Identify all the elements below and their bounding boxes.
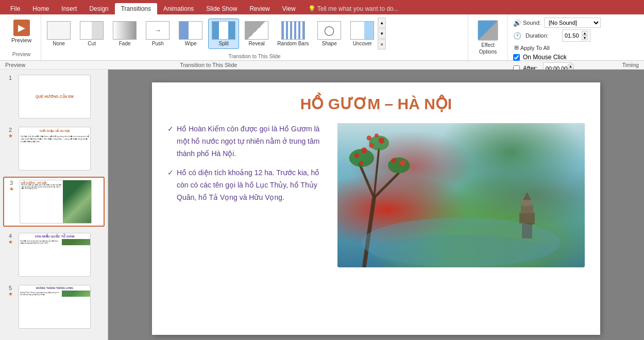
slide-1-title: QUÊ HƯƠNG CỦA EM [36,95,74,99]
slide-main-body: Hồ Hoàn Kiếm còn được gọi là Hồ Gươm là … [152,118,600,273]
slide-3-image [63,180,91,223]
transition-cut[interactable]: Cut [76,19,107,48]
main-area: 1 QUÊ HƯƠNG CỦA EM 2 ★ Giới thiệu về Hà … [0,70,644,340]
tab-design[interactable]: Design [83,3,114,14]
apply-all-icon: ⊞ [514,44,519,51]
transition-none[interactable]: None [43,19,74,48]
uncover-label: Uncover [353,41,372,46]
slide-canvas: HỒ GƯƠM – HÀ NỘI Hồ Hoàn Kiếm còn được g… [108,70,644,340]
on-mouse-click-checkbox[interactable] [513,54,520,61]
slide-4-content: Văn Miếu là trung tâm giáo dục đầu tiên … [19,239,90,245]
tab-animations[interactable]: Animations [157,3,200,14]
tab-file[interactable]: File [4,3,26,14]
tab-insert[interactable]: Insert [55,3,83,14]
randombars-icon [281,21,305,40]
slide-4-preview: VĂN MIẾU QUỐC TỬ GIÁM Văn Miếu là trung … [19,233,91,277]
mouse-click-row: On Mouse Click [513,54,637,61]
slide-3-img-bg [63,180,91,223]
sound-icon: 🔊 [513,19,521,27]
fade-icon [113,21,137,40]
ribbon: ▶ Preview Preview None Cut F [0,14,644,61]
preview-group: ▶ Preview Preview [2,14,41,60]
slide-4-num-area: 4 ★ [5,233,15,245]
slide-thumb-3[interactable]: 3 ★ HỒ GƯƠM – HÀ NỘI Hồ Hoàn Kiếm còn đư… [3,177,105,227]
reveal-label: Reveal [249,41,265,46]
transition-section-label: Transition to This Slide [180,62,237,68]
main-slide[interactable]: HỒ GƯƠM – HÀ NỘI Hồ Hoàn Kiếm còn được g… [152,82,600,335]
svg-line-7 [374,173,399,198]
transition-wipe[interactable]: Wipe [175,19,206,48]
svg-point-15 [379,138,385,144]
effect-options-icon [478,20,498,41]
shape-icon [317,21,341,40]
slide-2-preview: Giới thiệu về Hà Nội Hà Nội, thủ đô nước… [19,127,91,171]
effect-options-label: Effect Options [479,42,497,55]
transition-random-bars[interactable]: Random Bars [274,19,312,48]
svg-point-13 [361,147,367,154]
slide-2-content: Hà Nội, thủ đô nước Việt Nam, với những … [19,134,90,144]
tab-view[interactable]: View [276,3,302,14]
slide-bullet-1: Hồ Hoàn Kiếm còn được gọi là Hồ Gươm là … [167,123,327,160]
duration-up[interactable]: ▲ [582,31,588,36]
duration-clock-icon: 🕐 [513,32,521,40]
scroll-more-button[interactable]: ≡ [378,39,386,49]
transition-fade[interactable]: Fade [109,19,140,48]
after-up[interactable]: ▲ [568,64,574,69]
slide-main-image [337,123,585,267]
svg-point-20 [367,135,372,141]
tab-search[interactable]: 💡 Tell me what you want to do... [302,3,405,14]
slide-thumb-1[interactable]: 1 QUÊ HƯƠNG CỦA EM [3,73,105,121]
duration-down[interactable]: ▼ [582,36,588,40]
preview-group-label: Preview [12,50,31,57]
sound-label: 🔊 Sound: [513,19,541,27]
tab-home[interactable]: Home [26,3,55,14]
svg-point-18 [400,160,406,166]
transition-reveal[interactable]: Reveal [241,19,272,48]
slide-thumb-2[interactable]: 2 ★ Giới thiệu về Hà Nội Hà Nội, thủ đô … [3,125,105,173]
slide-main-text: Hồ Hoàn Kiếm còn được gọi là Hồ Gươm là … [167,123,327,267]
slide-thumb-4[interactable]: 4 ★ VĂN MIẾU QUỐC TỬ GIÁM Văn Miếu là tr… [3,231,105,279]
slide-main-title: HỒ GƯƠM – HÀ NỘI [152,82,600,118]
tab-review[interactable]: Review [243,3,276,14]
slide-3-text: Hồ Hoàn Kiếm còn được gọi là Hồ Gươm là … [21,184,62,190]
effect-options-button[interactable]: Effect Options [473,18,502,57]
slide-4-text: Văn Miếu là trung tâm giáo dục đầu tiên … [19,239,62,245]
sound-select[interactable]: [No Sound] [544,18,601,28]
tab-slideshow[interactable]: Slide Show [200,3,243,14]
svg-point-11 [388,158,410,174]
none-label: None [53,41,65,46]
slide-2-title: Giới thiệu về Hà Nội [19,127,90,134]
wipe-icon [179,21,202,40]
scroll-up-button[interactable]: ▲ [378,18,386,28]
slide-5-title: HOÀNG THÀNH THĂNG LONG [19,285,90,291]
transition-split[interactable]: Split [208,19,239,49]
slide-3-num-area: 3 ★ [6,180,16,192]
duration-spinner[interactable]: ▲ ▼ [582,31,588,40]
cut-icon [80,21,104,40]
svg-point-17 [392,158,397,163]
transitions-group-label: Transition to This Slide [43,53,466,59]
preview-button[interactable]: ▶ Preview [7,18,36,45]
split-icon [212,21,235,40]
sound-row: 🔊 Sound: [No Sound] [513,18,637,28]
transition-shape[interactable]: Shape [314,19,345,48]
scroll-down-button[interactable]: ▼ [378,28,386,39]
slide-thumb-5[interactable]: 5 ★ HOÀNG THÀNH THĂNG LONG Hoàng Thành T… [3,283,105,331]
tree-svg [337,123,585,267]
svg-point-16 [375,133,379,138]
svg-point-10 [369,135,389,150]
svg-line-6 [359,163,374,198]
shape-label: Shape [322,41,337,46]
cut-label: Cut [88,41,96,46]
tab-transitions[interactable]: Transitions [115,3,157,14]
apply-all-button[interactable]: ⊞ Apply To All [513,43,551,52]
preview-section-label: Preview [5,62,25,68]
slide-4-title: VĂN MIẾU QUỐC TỬ GIÁM [19,233,90,239]
slide-1-number: 1 [9,75,12,81]
slide-2-number: 2 [9,127,12,133]
transition-uncover[interactable]: Uncover [347,19,378,48]
timing-section-label: Timing [622,62,639,68]
reveal-icon [245,21,268,40]
transition-push[interactable]: Push [142,19,173,48]
slide-4-number: 4 [9,233,12,239]
